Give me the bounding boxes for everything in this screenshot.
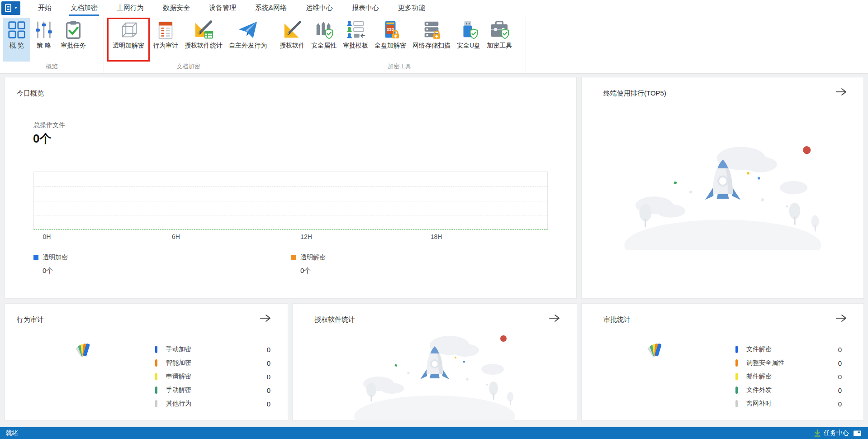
tray-panel-icon[interactable] xyxy=(853,430,862,437)
card-title: 今日概览 xyxy=(17,89,44,98)
stat-row: 手动加密 0 xyxy=(155,343,270,356)
ribbon-item-authorized-software-stats[interactable]: 授权软件统计 xyxy=(181,18,226,62)
row-value: 0 xyxy=(838,346,842,353)
row-label: 手动加密 xyxy=(166,345,191,353)
approval-stat-list: 文件解密 0 调整安全属性 0 邮件解密 0 xyxy=(735,343,842,410)
arrow-right-icon[interactable] xyxy=(260,314,271,323)
legend-value: 0个 xyxy=(43,267,68,275)
chevron-down-icon: ▼ xyxy=(14,6,18,10)
ribbon-group-overview: 概 览 策 略 xyxy=(0,16,104,73)
server-lock-icon xyxy=(421,19,442,40)
row-marker xyxy=(735,346,738,353)
people-template-icon xyxy=(345,19,366,40)
ribbon-item-overview[interactable]: 概 览 xyxy=(3,18,30,62)
tab-ops-center[interactable]: 运维中心 xyxy=(296,0,342,16)
row-marker xyxy=(735,400,738,407)
status-ready-text: 就绪 xyxy=(5,429,18,437)
ribbon-item-label: 安全U盘 xyxy=(457,42,480,50)
grid-overview-icon xyxy=(6,19,27,40)
download-icon xyxy=(814,429,821,437)
row-label: 申请解密 xyxy=(166,372,191,381)
stat-row: 调整安全属性 0 xyxy=(735,356,842,370)
x-tick: 6H xyxy=(172,233,180,240)
chart-x-axis: 0H 6H 12H 18H xyxy=(33,233,548,241)
ribbon-item-security-attributes[interactable]: 安全属性 xyxy=(308,18,340,62)
ribbon-group-label: 加密工具 xyxy=(273,62,526,72)
stat-row: 手动解密 0 xyxy=(155,383,270,397)
app-window: ▼ 开始 文档加密 上网行为 数据安全 设备管理 系统&网络 运维中心 报表中心… xyxy=(0,0,868,439)
main-content: 今日概览 总操作文件 0个 0H 6H 12H 18H 透明加密 xyxy=(0,74,868,427)
ribbon-item-outgoing-behavior[interactable]: 自主外发行为 xyxy=(226,18,270,62)
ssd-lock-icon: SSD xyxy=(380,19,401,40)
ribbon-item-label: 网络存储扫描 xyxy=(413,42,451,50)
ribbon-item-label: 加密工具 xyxy=(487,42,512,50)
legend-label: 透明加密 xyxy=(43,253,68,262)
row-label: 文件解密 xyxy=(746,345,772,353)
stat-row: 智能加密 0 xyxy=(155,356,270,370)
card-authorized-software-stats: 授权软件统计 xyxy=(292,303,577,420)
ribbon-item-label: 审批任务 xyxy=(61,42,86,50)
stat-row: 申请解密 0 xyxy=(155,370,270,383)
tab-device-management[interactable]: 设备管理 xyxy=(199,0,246,16)
ribbon-item-secure-usb[interactable]: 安全U盘 xyxy=(454,18,484,62)
arrow-right-icon[interactable] xyxy=(835,87,847,96)
tab-data-security[interactable]: 数据安全 xyxy=(153,0,199,16)
row-label: 智能加密 xyxy=(166,359,191,367)
ribbon-item-approval-tasks[interactable]: 审批任务 xyxy=(57,18,89,62)
ribbon-group-label: 概览 xyxy=(0,62,104,72)
ribbon-group-label: 文档加密 xyxy=(104,62,273,72)
tab-document-encryption[interactable]: 文档加密 xyxy=(61,0,107,16)
app-menu-icon xyxy=(4,3,13,13)
ribbon-item-full-disk-encryption[interactable]: SSD 全盘加解密 xyxy=(371,18,409,62)
clipboard-check-icon xyxy=(63,19,84,40)
sliders-policy-icon xyxy=(33,19,54,40)
row-value: 0 xyxy=(267,387,270,394)
audit-document-icon xyxy=(155,19,176,40)
stat-row: 离网补时 0 xyxy=(735,397,842,410)
ribbon-item-label: 透明加解密 xyxy=(113,42,144,50)
paper-plane-icon xyxy=(237,19,258,40)
tab-system-network[interactable]: 系统&网络 xyxy=(246,0,296,16)
ribbon-item-label: 安全属性 xyxy=(311,42,337,50)
menubar: ▼ 开始 文档加密 上网行为 数据安全 设备管理 系统&网络 运维中心 报表中心… xyxy=(0,0,868,16)
row-marker xyxy=(735,359,738,367)
ribbon-item-policy[interactable]: 策 略 xyxy=(30,18,57,62)
ribbon-toolbar: 概 览 策 略 xyxy=(0,16,868,74)
briefcase-shield-icon xyxy=(489,19,510,40)
row-marker xyxy=(155,346,157,353)
card-behavior-audit: 行为审计 手动加密 0 智能加密 0 xyxy=(5,303,288,420)
ribbon-item-label: 全盘加解密 xyxy=(375,42,406,50)
stat-row: 邮件解密 0 xyxy=(735,370,842,383)
task-center-button[interactable]: 任务中心 xyxy=(814,429,849,437)
tab-report-center[interactable]: 报表中心 xyxy=(342,0,389,16)
ruler-pencil-icon xyxy=(282,19,303,40)
ribbon-group-encryption-tools: 授权软件 安全属性 xyxy=(273,16,526,73)
app-menu-button[interactable]: ▼ xyxy=(1,1,20,15)
arrow-right-icon[interactable] xyxy=(549,314,560,323)
row-marker xyxy=(155,373,157,380)
row-value: 0 xyxy=(267,400,270,408)
ribbon-item-behavior-audit[interactable]: 行为审计 xyxy=(150,18,181,62)
hourly-operations-chart xyxy=(33,172,548,230)
ribbon-item-encryption-tools[interactable]: 加密工具 xyxy=(484,18,515,62)
tab-more-features[interactable]: 更多功能 xyxy=(389,0,435,16)
legend-transparent-decrypt: 透明解密 0个 xyxy=(291,253,326,275)
tab-internet-behavior[interactable]: 上网行为 xyxy=(107,0,153,16)
legend-label: 透明解密 xyxy=(300,253,326,262)
menu-tabs: 开始 文档加密 上网行为 数据安全 设备管理 系统&网络 运维中心 报表中心 更… xyxy=(28,0,435,16)
ribbon-item-label: 行为审计 xyxy=(153,42,178,50)
ribbon-item-transparent-encryption[interactable]: 透明加解密 xyxy=(107,18,150,62)
rocket-empty-illustration xyxy=(353,325,516,420)
row-value: 0 xyxy=(838,359,842,367)
ribbon-item-network-storage-scan[interactable]: 网络存储扫描 xyxy=(409,18,454,62)
tab-start[interactable]: 开始 xyxy=(28,0,61,16)
task-center-label: 任务中心 xyxy=(824,429,849,437)
legend-swatch xyxy=(291,255,296,260)
x-tick: 0H xyxy=(43,233,51,240)
total-files-value: 0个 xyxy=(33,131,51,147)
ribbon-item-approval-template[interactable]: 审批模板 xyxy=(340,18,371,62)
card-terminal-ranking: 终端使用排行(TOP5) xyxy=(581,77,864,299)
arrow-right-icon[interactable] xyxy=(835,314,847,323)
ribbon-item-authorized-software[interactable]: 授权软件 xyxy=(276,18,308,62)
row-marker xyxy=(155,400,157,407)
